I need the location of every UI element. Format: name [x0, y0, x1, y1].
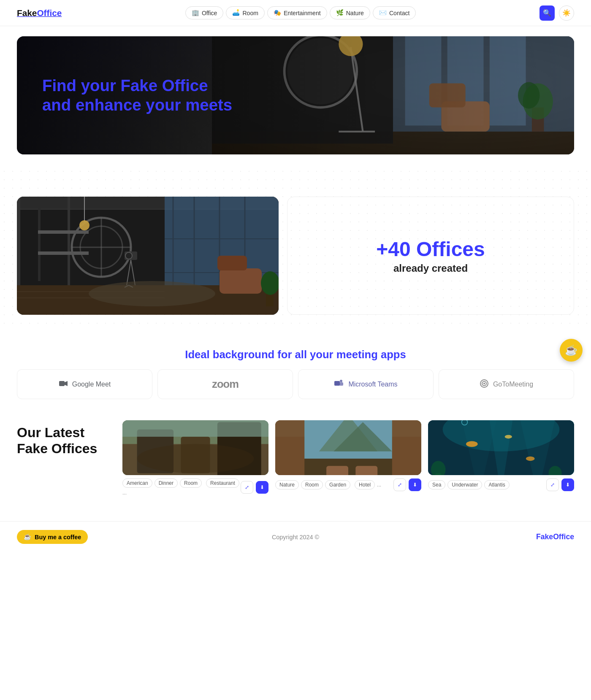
- latest-title-line2: Fake Offices: [17, 441, 97, 456]
- card2-download-button[interactable]: ⬇: [409, 478, 421, 491]
- nav-link-nature-label: Nature: [346, 10, 364, 16]
- card2-tags: Nature Room Garden Hotel ...: [275, 480, 381, 489]
- middle-section: +40 Offices already created: [17, 197, 574, 315]
- nav-links: 🏢 Office 🛋️ Room 🎭 Entertainment 🌿 Natur…: [185, 6, 416, 19]
- tag-more2: ...: [377, 482, 381, 488]
- nav-link-contact-label: Contact: [389, 10, 410, 16]
- card3-tags: Sea Underwater Atlantis: [428, 480, 510, 489]
- svg-point-59: [483, 383, 485, 384]
- stats-label: already created: [393, 262, 468, 274]
- theme-toggle-button[interactable]: ☀️: [559, 5, 574, 21]
- nav-link-nature[interactable]: 🌿 Nature: [330, 6, 370, 19]
- navbar: FakeOffice 🏢 Office 🛋️ Room 🎭 Entertainm…: [0, 0, 591, 26]
- contact-nav-icon: ✉️: [379, 9, 387, 16]
- hero-title-part1: Find your Fake: [42, 76, 162, 95]
- nav-link-contact[interactable]: ✉️ Contact: [373, 6, 416, 19]
- room-nav-icon: 🛋️: [232, 9, 240, 16]
- svg-rect-52: [59, 381, 65, 386]
- tag-restaurant: Restaurant: [206, 478, 239, 488]
- footer: ☕ Buy me a coffee Copyright 2024 © FakeO…: [0, 521, 591, 552]
- svg-rect-48: [217, 256, 247, 270]
- zoom-label: zoom: [212, 378, 239, 390]
- googlemeet-icon: [59, 379, 68, 390]
- svg-rect-70: [392, 420, 421, 475]
- svg-rect-47: [220, 268, 262, 294]
- app-card-googlemeet: Google Meet: [17, 369, 152, 399]
- card1-expand-button[interactable]: ⤢: [241, 481, 253, 494]
- latest-title: Our Latest Fake Offices: [17, 424, 110, 457]
- app-card-goto: GoToMeeting: [439, 369, 574, 399]
- apps-section: Ideal background for all your meeting ap…: [17, 349, 574, 399]
- apps-title-accent: apps: [381, 349, 406, 360]
- tag-garden: Garden: [325, 480, 350, 489]
- svg-point-46: [79, 220, 89, 230]
- stats-card: +40 Offices already created: [287, 197, 574, 315]
- latest-title-line1: Our Latest: [17, 425, 84, 440]
- svg-rect-21: [38, 197, 41, 281]
- tag-room2: Room: [301, 480, 323, 489]
- goto-icon: [480, 379, 489, 390]
- apps-title: Ideal background for all your meeting ap…: [17, 349, 574, 361]
- footer-coffee-button[interactable]: ☕ Buy me a coffee: [17, 530, 88, 544]
- hero-banner: Find your Fake Office and enhance your m…: [17, 36, 574, 154]
- nav-link-room-label: Room: [242, 10, 258, 16]
- tag-sea: Sea: [428, 480, 445, 489]
- tag-atlantis: Atlantis: [484, 480, 509, 489]
- app-card-teams: Microsoft Teams: [298, 369, 434, 399]
- goto-label: GoToMeeting: [493, 381, 533, 388]
- office-image-inner: [17, 197, 279, 315]
- card2-expand-button[interactable]: ⤢: [393, 478, 406, 491]
- card2-bottom: Nature Room Garden Hotel ... ⤢ ⬇: [275, 478, 421, 491]
- svg-rect-38: [38, 251, 89, 255]
- hero-title-accent: Office: [162, 76, 208, 95]
- footer-logo-text2: Office: [553, 532, 574, 541]
- nav-actions: 🔍 ☀️: [539, 5, 574, 21]
- latest-card-3: Sea Underwater Atlantis ⤢ ⬇: [428, 420, 574, 496]
- nav-logo[interactable]: FakeOffice: [17, 8, 62, 18]
- tag-hotel: Hotel: [355, 480, 375, 489]
- svg-point-50: [261, 271, 279, 295]
- app-card-zoom: zoom: [157, 369, 293, 399]
- nav-link-room[interactable]: 🛋️ Room: [226, 6, 265, 19]
- floating-coffee-button[interactable]: ☕: [560, 339, 583, 362]
- card3-svg: [428, 420, 574, 475]
- hero-title: Find your Fake Office and enhance your m…: [42, 76, 232, 115]
- tag-room1: Room: [180, 478, 202, 488]
- svg-point-40: [125, 252, 132, 259]
- search-icon: 🔍: [543, 9, 551, 17]
- card2-svg: [275, 420, 421, 475]
- card3-download-button[interactable]: ⬇: [561, 478, 574, 491]
- office-svg: [17, 197, 279, 315]
- latest-card-2: Nature Room Garden Hotel ... ⤢ ⬇: [275, 420, 421, 496]
- card3-expand-button[interactable]: ⤢: [546, 478, 559, 491]
- nature-nav-icon: 🌿: [336, 9, 344, 16]
- card1-tags: American Dinner Room Restaurant ...: [122, 478, 241, 496]
- tag-underwater: Underwater: [447, 480, 482, 489]
- svg-point-82: [526, 457, 535, 461]
- search-button[interactable]: 🔍: [539, 5, 555, 21]
- logo-text2: Office: [37, 8, 62, 18]
- card1-download-button[interactable]: ⬇: [256, 481, 268, 494]
- footer-coffee-label: Buy me a coffee: [35, 534, 81, 541]
- middle-section-wrapper: +40 Offices already created: [0, 167, 591, 327]
- teams-icon: [334, 378, 344, 390]
- svg-point-66: [137, 444, 254, 473]
- footer-copyright: Copyright 2024 ©: [272, 534, 319, 541]
- apps-title-text: Ideal background for all your meeting: [185, 349, 381, 360]
- entertainment-nav-icon: 🎭: [274, 9, 281, 16]
- nav-link-office[interactable]: 🏢 Office: [185, 6, 224, 19]
- svg-point-51: [89, 281, 215, 306]
- nav-link-entertainment-label: Entertainment: [284, 10, 321, 16]
- tag-american: American: [122, 478, 152, 488]
- card3-actions: ⤢ ⬇: [546, 478, 574, 491]
- latest-card-1-image: [122, 420, 268, 475]
- svg-rect-75: [355, 466, 377, 475]
- latest-card-2-image: [275, 420, 421, 475]
- svg-rect-74: [326, 466, 348, 475]
- svg-point-55: [340, 380, 342, 382]
- nav-link-entertainment[interactable]: 🎭 Entertainment: [267, 6, 327, 19]
- card1-actions: ⤢ ⬇: [241, 481, 268, 494]
- card1-svg: [122, 420, 268, 475]
- featured-office-image: [17, 197, 279, 315]
- coffee-icon: ☕: [565, 344, 577, 356]
